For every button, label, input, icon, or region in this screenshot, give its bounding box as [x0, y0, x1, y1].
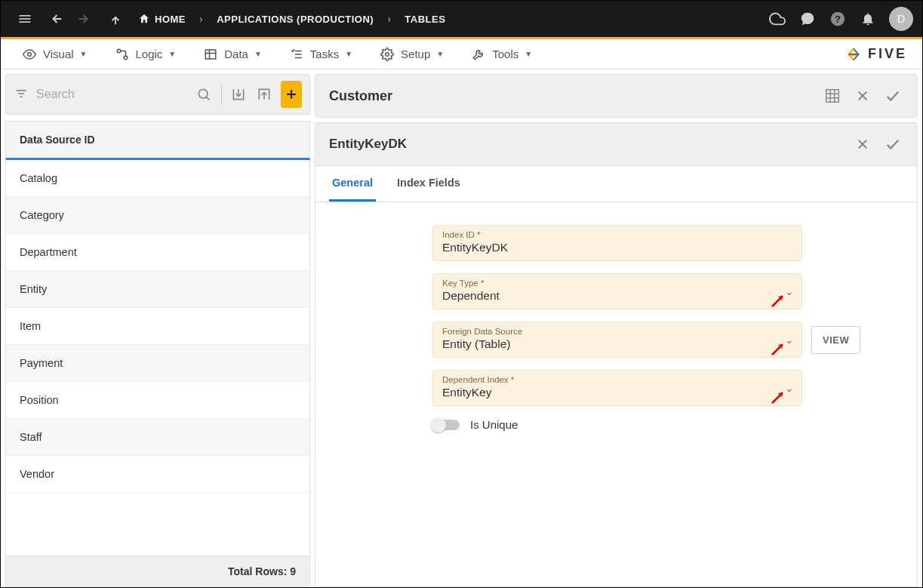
index-id-field[interactable]: Index ID * EntityKeyDK	[432, 225, 802, 261]
foreign-data-source-field[interactable]: Foreign Data Source Entity (Table) ⌄	[432, 322, 802, 358]
menu-tools-label: Tools	[492, 48, 518, 60]
search-input[interactable]	[36, 88, 187, 101]
grid-icon[interactable]	[822, 85, 843, 106]
list-item[interactable]: Catalog	[6, 160, 309, 197]
menu-icon[interactable]	[14, 8, 35, 29]
index-id-label: Index ID *	[442, 230, 792, 239]
breadcrumb-home[interactable]: HOME	[138, 13, 186, 25]
menu-data[interactable]: Data▼	[189, 48, 275, 61]
list-item[interactable]: Entity	[6, 271, 309, 308]
dependent-index-value: EntityKey	[442, 386, 774, 399]
list-item[interactable]: Department	[6, 234, 309, 271]
sub-header: EntityKeyDK	[315, 122, 918, 166]
data-source-list: Catalog Category Department Entity Item …	[5, 160, 310, 556]
sub-title: EntityKeyDK	[329, 137, 407, 152]
breadcrumb-segment-0[interactable]: APPLICATIONS (PRODUCTION)	[217, 14, 374, 25]
panel-header: Customer	[315, 74, 918, 118]
breadcrumb-home-label: HOME	[155, 14, 186, 25]
menu-visual-label: Visual	[43, 48, 74, 60]
foreign-ds-label: Foreign Data Source	[442, 327, 774, 336]
list-item[interactable]: Item	[6, 308, 309, 345]
avatar[interactable]: D	[889, 7, 913, 31]
menu-setup-label: Setup	[401, 48, 430, 60]
divider	[221, 84, 222, 105]
check-icon[interactable]	[882, 134, 903, 155]
key-type-label: Key Type *	[442, 279, 774, 288]
bell-icon[interactable]	[857, 8, 878, 29]
view-button[interactable]: VIEW	[811, 326, 860, 354]
filter-icon[interactable]	[14, 86, 29, 103]
is-unique-row: Is Unique	[432, 418, 902, 431]
form-area: Index ID * EntityKeyDK Key Type * Depend…	[315, 202, 918, 587]
topbar: HOME › APPLICATIONS (PRODUCTION) › TABLE…	[1, 1, 922, 37]
tab-general[interactable]: General	[329, 166, 376, 202]
tabs: General Index Fields	[315, 166, 918, 202]
back-icon[interactable]	[45, 8, 66, 29]
breadcrumb: HOME › APPLICATIONS (PRODUCTION) › TABLE…	[138, 13, 445, 25]
search-icon[interactable]	[195, 82, 214, 106]
list-item[interactable]: Category	[6, 197, 309, 234]
key-type-field[interactable]: Key Type * Dependent ⌄	[432, 273, 802, 309]
menu-visual[interactable]: Visual▼	[8, 48, 101, 61]
breadcrumb-segment-1[interactable]: TABLES	[405, 14, 445, 25]
index-id-value: EntityKeyDK	[442, 241, 792, 254]
svg-rect-11	[206, 50, 217, 59]
search-row	[5, 74, 310, 115]
svg-point-8	[28, 52, 32, 56]
main: Data Source ID Catalog Category Departme…	[1, 69, 922, 587]
is-unique-label: Is Unique	[470, 418, 518, 431]
dependent-index-field[interactable]: Dependent Index * EntityKey ⌄	[432, 370, 802, 406]
svg-point-22	[199, 89, 208, 98]
menu-logic[interactable]: Logic▼	[101, 48, 190, 61]
detail-panel: Customer EntityKeyDK General In	[315, 74, 918, 587]
sidebar: Data Source ID Catalog Category Departme…	[5, 74, 310, 587]
menu-setup[interactable]: Setup▼	[366, 48, 457, 61]
close-icon[interactable]	[852, 85, 873, 106]
menubar: Visual▼ Logic▼ Data▼ Tasks▼ Setup▼ Tools…	[1, 39, 922, 69]
svg-rect-28	[826, 90, 839, 103]
chat-icon[interactable]	[797, 8, 818, 29]
chevron-down-icon: ⌄	[785, 334, 794, 346]
total-rows: Total Rows: 9	[5, 556, 310, 587]
list-item[interactable]: Position	[6, 382, 309, 419]
svg-point-10	[124, 56, 128, 60]
tab-index-fields[interactable]: Index Fields	[394, 166, 463, 202]
forward-icon	[75, 8, 96, 29]
menu-logic-label: Logic	[136, 48, 163, 60]
brand-label: FIVE	[868, 46, 907, 62]
up-icon[interactable]	[105, 8, 126, 29]
chevron-down-icon: ⌄	[785, 382, 794, 394]
svg-point-9	[117, 49, 121, 53]
chevron-right-icon: ›	[387, 13, 391, 25]
menu-tools[interactable]: Tools▼	[457, 48, 546, 61]
add-button[interactable]	[281, 81, 302, 108]
data-source-header: Data Source ID	[5, 121, 310, 160]
list-item[interactable]: Staff	[6, 419, 309, 456]
check-icon[interactable]	[882, 85, 903, 106]
list-item[interactable]: Payment	[6, 345, 309, 382]
key-type-value: Dependent	[442, 289, 774, 303]
svg-line-23	[207, 97, 210, 100]
is-unique-toggle[interactable]	[432, 420, 460, 430]
panel-title: Customer	[329, 88, 392, 104]
dependent-index-label: Dependent Index *	[442, 375, 774, 384]
list-item[interactable]: Vendor	[6, 456, 309, 493]
chevron-down-icon: ⌄	[785, 285, 794, 297]
svg-point-17	[386, 52, 389, 56]
brand-logo: FIVE	[844, 45, 907, 64]
menu-data-label: Data	[224, 48, 248, 60]
cloud-icon[interactable]	[767, 8, 788, 29]
help-icon[interactable]: ?	[827, 8, 848, 29]
foreign-ds-value: Entity (Table)	[442, 337, 774, 351]
chevron-right-icon: ›	[199, 13, 203, 25]
menu-tasks[interactable]: Tasks▼	[275, 48, 366, 61]
import-icon[interactable]	[229, 82, 248, 106]
svg-text:?: ?	[835, 14, 841, 25]
close-icon[interactable]	[852, 134, 873, 155]
menu-tasks-label: Tasks	[310, 48, 339, 60]
export-icon[interactable]	[255, 82, 274, 106]
